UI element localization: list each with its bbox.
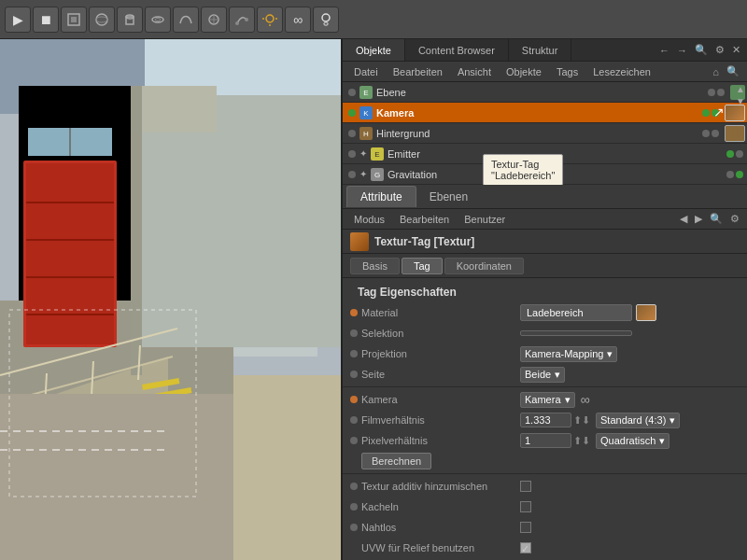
toolbar-icon-deform[interactable] (229, 7, 255, 33)
attr-menu-benutzer[interactable]: Benutzer (457, 212, 513, 227)
menu-datei[interactable]: Datei (346, 64, 386, 79)
prop-label-seite: Seite (361, 369, 520, 380)
dot-e (348, 150, 356, 158)
tab-content-browser[interactable]: Content Browser (405, 39, 509, 61)
toolbar-icon-nurbs[interactable] (201, 7, 227, 33)
nav-search2-icon[interactable]: 🔍 (723, 65, 743, 77)
toolbar-icon-curve[interactable] (173, 7, 199, 33)
toolbar-icon-cylinder[interactable] (117, 7, 143, 33)
toolbar-icon-torus[interactable] (145, 7, 171, 33)
prop-row-uvw: UVW für Relief benutzen ✓ (343, 538, 747, 558)
toolbar-icon-sphere[interactable] (89, 7, 115, 33)
attr-menu-bearbeiten[interactable]: Bearbeiten (392, 212, 457, 227)
prop-dropdown-pixel[interactable]: Quadratisch ▾ (596, 433, 669, 449)
svg-rect-27 (26, 163, 114, 344)
material-preview[interactable] (636, 304, 656, 321)
prop-value-selektion[interactable] (520, 330, 632, 336)
object-row-ebene[interactable]: E Ebene (343, 82, 747, 103)
attr-header-icon (350, 232, 369, 251)
menu-objekte[interactable]: Objekte (499, 64, 549, 79)
object-row-gravitation[interactable]: ✦ G Gravitation (343, 164, 747, 185)
panel-nav-right-icon[interactable]: → (674, 45, 690, 56)
prop-label-projektion: Projektion (361, 348, 520, 359)
prop-check-kacheln[interactable] (520, 501, 531, 512)
svg-rect-1 (71, 17, 77, 22)
prop-dot-textur (350, 483, 358, 490)
svg-text:G: G (374, 171, 380, 179)
scroll-down-icon[interactable]: ▼ (736, 96, 745, 106)
berechnen-button[interactable]: Berechnen (361, 453, 431, 469)
menu-bearbeiten[interactable]: Bearbeiten (386, 64, 450, 79)
right-panel: Objekte Content Browser Struktur ← → 🔍 ⚙… (343, 39, 747, 560)
tab-objekte[interactable]: Objekte (343, 39, 405, 61)
attr-nav-left-icon[interactable]: ◀ (676, 213, 691, 225)
menu-bar: Datei Bearbeiten Ansicht Objekte Tags Le… (343, 62, 747, 82)
toolbar-icon-play[interactable]: ▶ (5, 7, 31, 33)
viewport-3d[interactable] (0, 39, 343, 560)
scroll-up-icon[interactable]: ▲ (736, 84, 745, 94)
prop-row-berechnen: Berechnen (343, 451, 747, 471)
prop-row-kamera: Kamera Kamera ▾ ∞ (343, 389, 747, 410)
menu-ansicht[interactable]: Ansicht (450, 64, 499, 79)
subtab-tag[interactable]: Tag (402, 258, 443, 274)
prop-value-kamera[interactable]: Kamera ▾ (520, 392, 575, 408)
panel-search-icon[interactable]: 🔍 (692, 44, 711, 56)
svg-rect-48 (142, 86, 217, 133)
prop-input-film[interactable] (520, 413, 571, 427)
prop-value-material[interactable]: Ladebereich (520, 304, 632, 321)
attr-nav-right-icon[interactable]: ▶ (691, 213, 706, 225)
prop-value-seite[interactable]: Beide ▾ (520, 367, 565, 383)
attr-tab-attribute[interactable]: Attribute (346, 186, 416, 207)
prop-row-textur: Textur additiv hinzumischen (343, 476, 747, 497)
prop-input-pixel[interactable] (520, 433, 571, 448)
menu-lesezeichen[interactable]: Lesezeichen (585, 64, 658, 79)
dot-h1 (702, 130, 710, 137)
svg-text:K: K (363, 109, 369, 118)
prop-row-pixelverhaltnis: Pixelverhältnis ⬆⬇ Quadratisch ▾ (343, 430, 747, 451)
dot-k2 (712, 109, 719, 117)
object-row-hintergrund[interactable]: H Hintergrund (343, 123, 747, 144)
obj-name-hintergrund: Hintergrund (376, 128, 702, 139)
attr-tab-ebenen[interactable]: Ebenen (416, 187, 481, 207)
prop-check-nahtlos[interactable] (520, 522, 531, 533)
nav-home-icon[interactable]: ⌂ (709, 66, 723, 77)
object-row-kamera[interactable]: K Kamera ↗ Textur-Tag "Ladebereich" (343, 103, 747, 123)
properties-panel: Tag Eigenschaften Material Ladebereich S… (343, 278, 747, 560)
prop-label-kamera: Kamera (361, 394, 520, 405)
prop-row-nahtlos: Nahtlos (343, 517, 747, 538)
prop-label-textur: Textur additiv hinzumischen (361, 481, 520, 492)
dot-h (348, 130, 356, 137)
prop-row-selektion: Selektion (343, 323, 747, 343)
menu-tags[interactable]: Tags (549, 64, 585, 79)
panel-close-icon[interactable]: ✕ (729, 44, 743, 56)
toolbar-icon-light[interactable] (257, 7, 283, 33)
prop-label-nahtlos: Nahtlos (361, 522, 520, 533)
toolbar-icon-bulb[interactable] (313, 7, 339, 33)
prop-dropdown-film[interactable]: Standard (4:3) ▾ (596, 413, 680, 428)
svg-point-7 (155, 18, 161, 21)
subtab-basis[interactable]: Basis (350, 258, 400, 274)
prop-dot-kacheln (350, 503, 358, 511)
attr-settings-icon[interactable]: ⚙ (726, 213, 743, 225)
prop-dot-projektion (350, 350, 358, 357)
object-row-emitter[interactable]: ✦ E Emitter (343, 144, 747, 164)
prop-check-uvw[interactable]: ✓ (520, 542, 531, 553)
toolbar-icon-stop[interactable]: ⏹ (33, 7, 59, 33)
prop-value-projektion[interactable]: Kamera-Mapping ▾ (520, 346, 617, 362)
svg-point-3 (96, 17, 107, 22)
panel-nav-left-icon[interactable]: ← (656, 45, 672, 56)
prop-check-textur[interactable] (520, 481, 531, 492)
obj-name-ebene: Ebene (376, 87, 708, 98)
prop-row-seite: Seite Beide ▾ (343, 364, 747, 385)
toolbar-icon-box[interactable] (61, 7, 87, 33)
dot-e2 (736, 150, 743, 158)
tab-struktur[interactable]: Struktur (509, 39, 572, 61)
dot-h2 (712, 130, 719, 137)
attr-menu-modus[interactable]: Modus (346, 212, 392, 227)
attr-search-icon[interactable]: 🔍 (706, 213, 726, 225)
prop-dot-kamera (350, 396, 358, 403)
prop-label-film: Filmverhältnis (361, 414, 520, 426)
toolbar-icon-infinity[interactable]: ∞ (285, 7, 311, 33)
panel-settings-icon[interactable]: ⚙ (712, 44, 727, 56)
subtab-koordinaten[interactable]: Koordinaten (444, 258, 524, 274)
